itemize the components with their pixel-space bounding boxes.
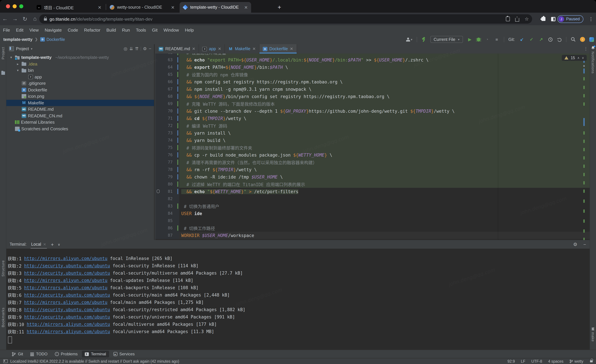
save-address-icon[interactable] [506,17,510,21]
menu-file[interactable]: File [0,27,13,32]
terminal-output[interactable]: 获取:1 http://mirrors.aliyun.com/ubuntu fo… [6,249,590,350]
toolwindow-button-terminal[interactable]: ❯_Terminal [82,351,109,357]
terminal-settings-gear-icon[interactable]: ⚙ [573,242,577,247]
readonly-lock-icon[interactable] [590,360,593,362]
toolwindow-make-tab[interactable]: make [591,332,595,343]
expand-all-icon[interactable]: ⇊ [129,46,133,51]
terminal-dropdown-icon[interactable]: ∨ [58,242,60,246]
forward-icon[interactable]: → [10,16,20,22]
terminal-link[interactable]: http://security.ubuntu.com/ubuntu [24,307,110,312]
project-panel-title[interactable]: Project [16,46,29,51]
breadcrumb-project[interactable]: template-wetty [3,37,32,42]
menu-refactor[interactable]: Refactor [81,27,103,32]
menu-run[interactable]: Run [119,27,133,32]
browser-tab[interactable]: template-wetty - CloudIDE✕ [179,2,251,13]
browser-tab[interactable]: ‹›项目 - CloudIDE✕ [33,2,105,13]
menu-view[interactable]: View [26,27,42,32]
menu-tools[interactable]: Tools [133,27,149,32]
tree-item-ScratchesandConsoles[interactable]: Scratches and Consoles [6,125,154,132]
run-config-select[interactable]: Current File▾ [430,36,463,43]
tree-item-template-wetty[interactable]: ▾template-wetty~/workspace/template-wett… [6,54,154,61]
user-menu-button[interactable]: ▾ [406,37,412,41]
new-tab-button[interactable]: + [275,3,283,11]
hide-panel-icon[interactable]: − [149,46,151,51]
chrome-menu-icon[interactable]: ⋮ [589,16,593,22]
editor-tab-README.md[interactable]: MDREADME.md✕ [155,44,199,53]
menu-window[interactable]: Window [160,27,182,32]
bookmark-star-icon[interactable]: ☆ [525,16,529,22]
close-tab-icon[interactable]: ✕ [171,5,175,10]
toolwindow-bookmarks-tab[interactable]: Bookmarks [1,307,5,329]
tree-item-README_CN.md[interactable]: MDREADME_CN.md [6,113,154,119]
back-icon[interactable]: ← [0,16,10,22]
close-editor-tab-icon[interactable]: ✕ [192,47,195,51]
tree-item-icon.png[interactable]: icon.png [6,93,154,100]
close-window-button[interactable] [6,4,10,8]
stop-icon[interactable]: ■ [494,37,499,42]
toolwindow-notifications-tab[interactable]: Notifications [591,51,595,75]
menu-build[interactable]: Build [104,27,119,32]
tree-item-bin[interactable]: ▾bin [6,67,154,74]
prev-problem-icon[interactable]: ∧ [577,56,580,59]
tree-chevron-icon[interactable]: ▾ [16,69,20,72]
toolwindow-button-services[interactable]: ▶Services [110,351,138,357]
next-problem-icon[interactable]: ∨ [582,56,584,59]
git-branch-widget[interactable]: wetty [569,359,583,363]
menu-navigate[interactable]: Navigate [42,27,65,32]
tree-item-README.md[interactable]: MDREADME.md [6,106,154,113]
tree-item-ExternalLibraries[interactable]: External Libraries [6,119,154,125]
toolwindow-project-tab[interactable]: Project [1,47,5,61]
share-icon[interactable] [515,18,519,22]
terminal-link[interactable]: http://mirrors.aliyun.com/ubuntu [24,300,107,305]
close-tab-icon[interactable]: ✕ [244,5,248,10]
update-available-icon[interactable]: ↑ [580,37,585,42]
menu-help[interactable]: Help [182,27,197,32]
terminal-link[interactable]: http://security.ubuntu.com/ubuntu [24,270,110,275]
editor-tab-app[interactable]: >app✕ [199,44,225,53]
close-terminal-tab-icon[interactable]: ✕ [43,242,46,247]
locate-file-icon[interactable]: ◎ [124,46,127,51]
toolwindow-button-problems[interactable]: !Problems [52,351,81,357]
terminal-link[interactable]: http://mirrors.aliyun.com/ubuntu [24,285,107,290]
editor-tab-options-icon[interactable]: ⋮ [584,46,588,51]
history-icon[interactable] [548,37,553,42]
search-everywhere-icon[interactable] [571,37,576,42]
status-message[interactable]: Localized IntelliJ IDEA 2022.2.2 is avai… [10,359,179,363]
inspection-widget[interactable]: 15 ∧ ∨ [562,55,587,61]
run-icon[interactable]: ▶ [467,37,472,42]
profile-button[interactable]: J Paused [558,15,583,23]
close-tab-icon[interactable]: ✕ [98,5,101,10]
window-controls[interactable] [6,4,23,8]
terminal-link[interactable]: http://security.ubuntu.com/ubuntu [24,314,110,319]
caret-position[interactable]: 92:9 [507,359,515,363]
home-icon[interactable]: ⌂ [30,16,40,22]
address-bar[interactable]: go.titanide.cn/ide/web/coding/template-w… [39,14,532,24]
toolwindow-button-todo[interactable]: TODO [27,351,51,357]
build-hammer-icon[interactable] [421,37,426,42]
terminal-link[interactable]: http://mirrors.aliyun.com/ubuntu [24,278,107,283]
editor-tab-Dockerfile[interactable]: DDockerfile✕ [259,44,297,53]
toolwindow-structure-tab[interactable]: Structure [1,260,5,278]
terminal-link[interactable]: http://mirrors.aliyun.com/ubuntu [27,329,110,334]
menu-git[interactable]: Git [149,27,160,32]
git-update-icon[interactable]: ↙ [519,37,524,42]
editor-tab-Makefile[interactable]: MMakefile✕ [225,44,259,53]
line-separator[interactable]: LF [521,359,525,363]
notifications-bell-icon[interactable] [591,46,595,50]
tree-item-Makefile[interactable]: MMakefile [6,100,154,106]
panel-settings-gear-icon[interactable]: ⚙ [143,46,147,51]
maximize-window-button[interactable] [19,4,23,8]
terminal-link[interactable]: http://security.ubuntu.com/ubuntu [24,292,110,297]
browser-tab[interactable]: wetty-source - CloudIDE✕ [106,2,178,13]
close-editor-tab-icon[interactable]: ✕ [290,47,293,51]
toolwindow-button-git[interactable]: Git [9,351,26,357]
collapse-all-icon[interactable]: ⇈ [135,46,139,51]
toolwindow-toggle-icon[interactable] [3,359,8,363]
terminal-link[interactable]: http://mirrors.aliyun.com/ubuntu [27,322,110,327]
side-panel-icon[interactable] [551,17,555,21]
tree-item-.gitignore[interactable]: ∅.gitignore [6,80,154,87]
rollback-icon[interactable] [557,37,562,42]
tree-item-app[interactable]: >app [6,74,154,80]
debug-icon[interactable] [477,37,480,41]
gutter-annotation-icon[interactable] [157,189,160,193]
